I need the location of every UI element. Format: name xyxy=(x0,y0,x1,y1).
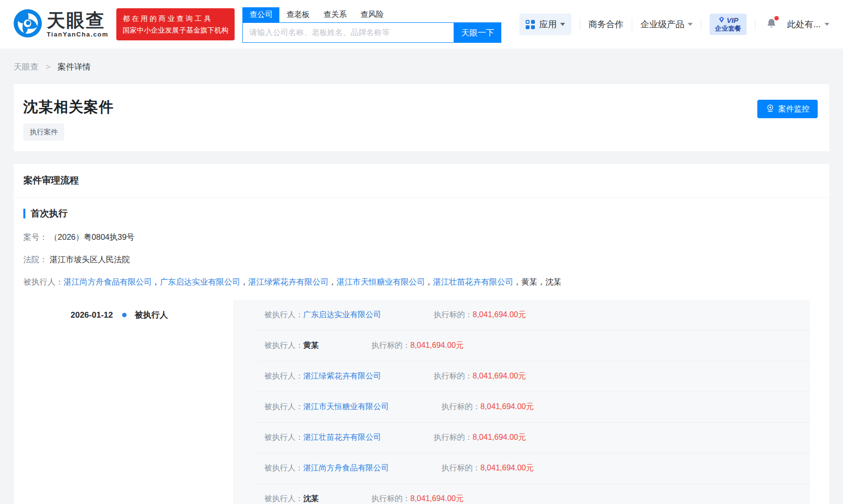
row-amount-value: 8,041,694.00元 xyxy=(410,341,463,351)
execution-row: 被执行人： 广东启达实业有限公司 执行标的： 8,041,694.00元 xyxy=(233,300,810,330)
timeline-entry-header: 2026-01-12 被执行人 xyxy=(33,300,233,321)
breadcrumb-home[interactable]: 天眼查 xyxy=(14,62,38,72)
row-party-label: 被执行人： xyxy=(264,494,303,504)
timeline-event-label: 被执行人 xyxy=(135,309,168,321)
promo-line1: 都 在 用 的 商 业 查 询 工 具 xyxy=(123,13,229,24)
tab-relation[interactable]: 查关系 xyxy=(316,7,353,22)
party-separator: ， xyxy=(240,277,249,286)
row-amount-value: 8,041,694.00元 xyxy=(473,310,526,320)
party-separator: ， xyxy=(329,277,337,286)
row-party-label: 被执行人： xyxy=(264,341,303,351)
party-separator: ， xyxy=(425,277,433,286)
page-title: 沈某相关案件 xyxy=(23,99,820,115)
row-amount-value: 8,041,694.00元 xyxy=(480,402,533,412)
row-party-link[interactable]: 湛江尚方舟食品有限公司 xyxy=(303,463,389,473)
execution-row: 被执行人： 湛江尚方舟食品有限公司 执行标的： 8,041,694.00元 xyxy=(233,453,810,484)
tab-company[interactable]: 查公司 xyxy=(242,7,279,22)
breadcrumb-arrow: > xyxy=(46,62,51,72)
vip-package-button[interactable]: VIP 企业套餐 xyxy=(710,14,747,35)
row-amount-value: 8,041,694.00元 xyxy=(410,494,463,504)
bell-icon xyxy=(766,22,777,31)
executed-party-link[interactable]: 湛江市天恒糖业有限公司 xyxy=(337,277,425,286)
row-amount-label: 执行标的： xyxy=(371,341,410,351)
row-party-link[interactable]: 湛江绿紫花卉有限公司 xyxy=(303,371,381,381)
tab-boss[interactable]: 查老板 xyxy=(279,7,316,22)
field-label: 法院： xyxy=(23,255,48,264)
field-executed-parties: 被执行人：湛江尚方舟食品有限公司，广东启达实业有限公司，湛江绿紫花卉有限公司，湛… xyxy=(23,276,820,287)
execution-row: 被执行人： 湛江壮苗花卉有限公司 执行标的： 8,041,694.00元 xyxy=(233,422,810,453)
executed-party-link[interactable]: 湛江尚方舟食品有限公司 xyxy=(64,277,152,286)
top-header: 天眼查 TianYanCha.com 都 在 用 的 商 业 查 询 工 具 国… xyxy=(0,0,843,49)
case-monitor-button[interactable]: 案件监控 xyxy=(757,100,818,118)
nav-item-enterprise-products[interactable]: 企业级产品 xyxy=(641,18,693,30)
stage-first-execution: 首次执行 案号： （2026）粤0804执39号 法院： 湛江市坡头区人民法院 … xyxy=(14,198,829,504)
execution-row: 被执行人： 湛江市天恒糖业有限公司 执行标的： 8,041,694.00元 xyxy=(233,392,810,422)
row-amount-value: 8,041,694.00元 xyxy=(473,432,526,443)
field-label: 被执行人： xyxy=(23,277,64,286)
row-party-label: 被执行人： xyxy=(264,432,303,443)
notification-dot xyxy=(774,16,779,20)
row-party-name: 黄某 xyxy=(303,341,319,351)
case-process-card: 案件审理流程 首次执行 案号： （2026）粤0804执39号 法院： 湛江市坡… xyxy=(14,164,829,504)
promo-line2: 国家中小企业发展子基金旗下机构 xyxy=(123,24,229,36)
nav-item-label: 商务合作 xyxy=(588,18,623,30)
executed-party-link[interactable]: 湛江绿紫花卉有限公司 xyxy=(248,277,329,286)
executed-party-name: 沈某 xyxy=(546,277,562,286)
row-party-link[interactable]: 湛江市天恒糖业有限公司 xyxy=(303,402,389,412)
row-amount-label: 执行标的： xyxy=(434,432,473,443)
divider xyxy=(580,18,580,30)
field-value: （2026）粤0804执39号 xyxy=(50,233,134,241)
row-amount-label: 执行标的： xyxy=(434,371,473,381)
execution-row: 被执行人： 黄某 执行标的： 8,041,694.00元 xyxy=(233,330,810,361)
row-amount-value: 8,041,694.00元 xyxy=(473,371,526,381)
row-amount-label: 执行标的： xyxy=(434,310,473,320)
row-party-label: 被执行人： xyxy=(264,402,303,412)
row-amount-label: 执行标的： xyxy=(371,494,410,504)
apps-label: 应用 xyxy=(539,18,557,30)
caret-down-icon xyxy=(825,23,829,26)
header-nav: 应用 商务合作 企业级产品 VIP 企业套餐 xyxy=(519,14,829,35)
field-case-number: 案号： （2026）粤0804执39号 xyxy=(23,232,820,242)
row-party-label: 被执行人： xyxy=(264,463,303,473)
search-area: 查公司 查老板 查关系 查风险 天眼一下 xyxy=(242,6,501,43)
executed-parties: 湛江尚方舟食品有限公司，广东启达实业有限公司，湛江绿紫花卉有限公司，湛江市天恒糖… xyxy=(64,277,562,286)
row-party-name: 沈某 xyxy=(303,494,319,504)
timeline-dot xyxy=(122,313,127,317)
caret-down-icon xyxy=(688,23,693,26)
row-party-link[interactable]: 广东启达实业有限公司 xyxy=(303,310,381,320)
execution-timeline: 2026-01-12 被执行人 被执行人： 广东启达实业有限公司 执行标的： 8… xyxy=(23,300,820,504)
executed-party-name: 黄某 xyxy=(521,277,537,286)
nav-item-business-cooperation[interactable]: 商务合作 xyxy=(588,18,623,30)
tab-risk[interactable]: 查风险 xyxy=(353,7,390,22)
executed-party-link[interactable]: 广东启达实业有限公司 xyxy=(160,277,240,286)
breadcrumb: 天眼查 > 案件详情 xyxy=(0,49,843,72)
search-button[interactable]: 天眼一下 xyxy=(454,22,501,43)
promo-banner: 都 在 用 的 商 业 查 询 工 具 国家中小企业发展子基金旗下机构 xyxy=(116,8,235,40)
vip-gem-icon xyxy=(718,16,725,24)
logo-title: 天眼查 xyxy=(47,11,109,30)
monitor-camera-icon xyxy=(766,104,775,115)
user-menu[interactable]: 此处有... xyxy=(787,18,829,30)
divider xyxy=(632,18,632,30)
vip-sublabel: 企业套餐 xyxy=(715,24,741,33)
monitor-button-label: 案件监控 xyxy=(778,104,809,114)
search-tabs: 查公司 查老板 查关系 查风险 xyxy=(242,6,501,22)
search-input[interactable] xyxy=(242,22,454,43)
executed-party-link[interactable]: 湛江壮苗花卉有限公司 xyxy=(433,277,513,286)
field-label: 案号： xyxy=(23,233,48,241)
case-type-badge: 执行案件 xyxy=(23,124,64,141)
divider xyxy=(755,18,755,30)
row-amount-label: 执行标的： xyxy=(441,463,480,473)
vip-label: VIP xyxy=(727,16,738,24)
section-title: 案件审理流程 xyxy=(14,164,829,198)
row-party-label: 被执行人： xyxy=(264,310,303,320)
field-court: 法院： 湛江市坡头区人民法院 xyxy=(23,254,820,265)
party-separator: ， xyxy=(537,277,546,286)
site-logo[interactable]: 天眼查 TianYanCha.com xyxy=(14,9,109,39)
notifications-button[interactable] xyxy=(766,18,777,31)
row-party-link[interactable]: 湛江壮苗花卉有限公司 xyxy=(303,432,381,443)
case-title-card: 沈某相关案件 执行案件 案件监控 xyxy=(14,84,829,151)
timeline-date: 2026-01-12 xyxy=(71,310,113,320)
apps-menu-button[interactable]: 应用 xyxy=(519,14,571,35)
execution-row: 被执行人： 沈某 执行标的： 8,041,694.00元 xyxy=(233,484,810,504)
